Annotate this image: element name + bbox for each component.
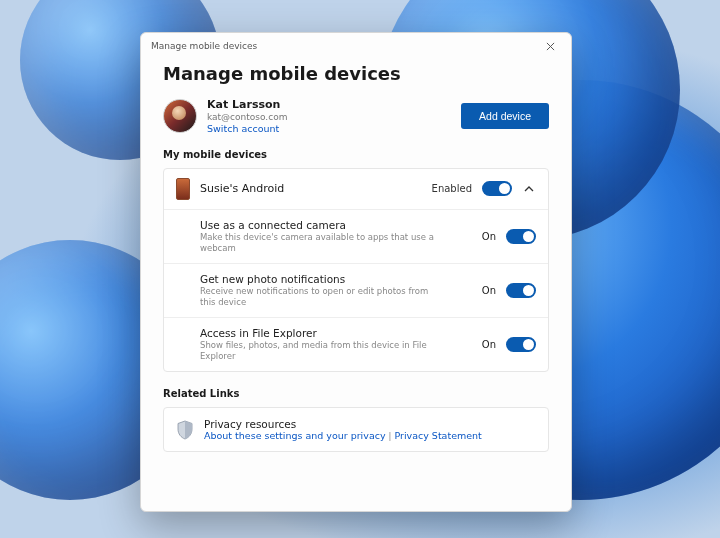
privacy-about-link[interactable]: About these settings and your privacy xyxy=(204,430,386,441)
setting-desc: Show files, photos, and media from this … xyxy=(200,340,440,362)
privacy-card: Privacy resources About these settings a… xyxy=(163,407,549,452)
file-explorer-toggle[interactable] xyxy=(506,337,536,352)
setting-connected-camera: Use as a connected camera Make this devi… xyxy=(164,209,548,263)
chevron-up-icon xyxy=(524,184,534,194)
add-device-button[interactable]: Add device xyxy=(461,103,549,129)
device-name: Susie's Android xyxy=(200,182,422,195)
window-title: Manage mobile devices xyxy=(151,41,257,51)
related-section-label: Related Links xyxy=(163,388,549,399)
setting-desc: Receive new notifications to open or edi… xyxy=(200,286,440,308)
setting-title: Access in File Explorer xyxy=(200,327,472,339)
expand-button[interactable] xyxy=(522,182,536,196)
switch-account-link[interactable]: Switch account xyxy=(207,123,451,135)
dialog-content: Manage mobile devices Kat Larsson kat@co… xyxy=(141,59,571,511)
device-enabled-toggle[interactable] xyxy=(482,181,512,196)
privacy-statement-link[interactable]: Privacy Statement xyxy=(394,430,481,441)
page-heading: Manage mobile devices xyxy=(163,63,549,84)
setting-state: On xyxy=(482,231,496,242)
setting-title: Get new photo notifications xyxy=(200,273,472,285)
user-email: kat@contoso.com xyxy=(207,112,451,123)
connected-camera-toggle[interactable] xyxy=(506,229,536,244)
setting-desc: Make this device's camera available to a… xyxy=(200,232,440,254)
user-name: Kat Larsson xyxy=(207,98,451,112)
account-row: Kat Larsson kat@contoso.com Switch accou… xyxy=(163,98,549,135)
close-icon xyxy=(546,42,555,51)
device-card: Susie's Android Enabled Use as a connect… xyxy=(163,168,549,372)
dialog-window: Manage mobile devices Manage mobile devi… xyxy=(140,32,572,512)
setting-state: On xyxy=(482,285,496,296)
privacy-title: Privacy resources xyxy=(204,418,482,430)
devices-section-label: My mobile devices xyxy=(163,149,549,160)
photo-notifications-toggle[interactable] xyxy=(506,283,536,298)
phone-icon xyxy=(176,178,190,200)
setting-title: Use as a connected camera xyxy=(200,219,472,231)
shield-icon xyxy=(176,420,194,440)
device-header[interactable]: Susie's Android Enabled xyxy=(164,169,548,209)
setting-state: On xyxy=(482,339,496,350)
user-avatar xyxy=(163,99,197,133)
device-state: Enabled xyxy=(432,183,472,194)
close-button[interactable] xyxy=(535,35,565,57)
setting-photo-notifications: Get new photo notifications Receive new … xyxy=(164,263,548,317)
titlebar: Manage mobile devices xyxy=(141,33,571,59)
setting-file-explorer: Access in File Explorer Show files, phot… xyxy=(164,317,548,371)
